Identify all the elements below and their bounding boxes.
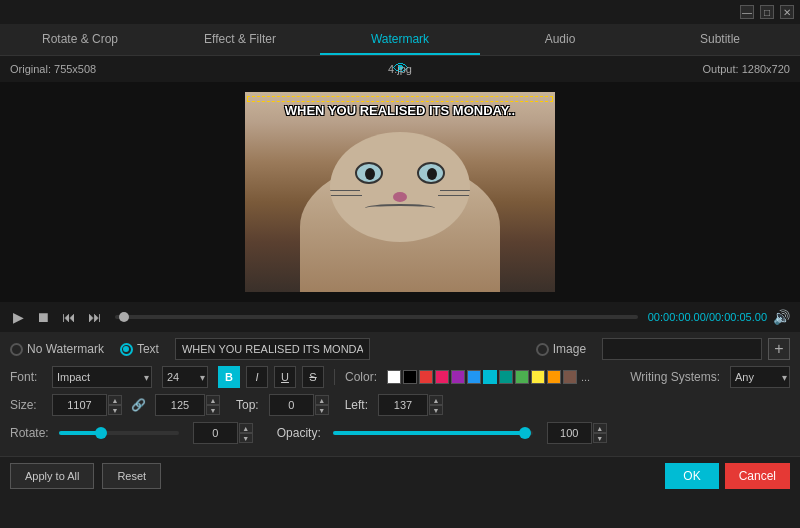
no-watermark-radio[interactable] (10, 343, 23, 356)
left-up[interactable]: ▲ (429, 395, 443, 405)
opacity-slider-fill (333, 431, 525, 435)
minimize-button[interactable]: — (740, 5, 754, 19)
top-up[interactable]: ▲ (315, 395, 329, 405)
text-radio[interactable] (120, 343, 133, 356)
writing-system-select[interactable]: Any (730, 366, 790, 388)
color-pink[interactable] (435, 370, 449, 384)
width-input[interactable] (52, 394, 107, 416)
color-green[interactable] (515, 370, 529, 384)
transport-bar: ▶ ⏹ ⏮ ⏭ 00:00:00.00/00:00:05.00 🔊 (0, 302, 800, 332)
controls-panel: No Watermark Text Image + Font: Impact 2… (0, 332, 800, 456)
opacity-down[interactable]: ▼ (593, 433, 607, 443)
opacity-up[interactable]: ▲ (593, 423, 607, 433)
apply-to-all-button[interactable]: Apply to All (10, 463, 94, 489)
strikethrough-button[interactable]: S (302, 366, 324, 388)
more-colors-button[interactable]: ... (579, 371, 592, 383)
rotate-input-group: ▲ ▼ (193, 422, 253, 444)
top-input-group: ▲ ▼ (269, 394, 329, 416)
tab-subtitle[interactable]: Subtitle (640, 24, 800, 55)
top-input[interactable] (269, 394, 314, 416)
top-down[interactable]: ▼ (315, 405, 329, 415)
left-down[interactable]: ▼ (429, 405, 443, 415)
color-purple[interactable] (451, 370, 465, 384)
no-watermark-label: No Watermark (27, 342, 104, 356)
height-input[interactable] (155, 394, 205, 416)
left-actions: Apply to All Reset (10, 463, 161, 489)
tab-effect-filter[interactable]: Effect & Filter (160, 24, 320, 55)
volume-icon[interactable]: 🔊 (773, 309, 790, 325)
underline-button[interactable]: U (274, 366, 296, 388)
opacity-slider-track[interactable] (333, 431, 533, 435)
rotate-up[interactable]: ▲ (239, 423, 253, 433)
font-label: Font: (10, 370, 46, 384)
height-up[interactable]: ▲ (206, 395, 220, 405)
maximize-button[interactable]: □ (760, 5, 774, 19)
preview-area: WHEN YOU REALISED ITS MONDAY.. (0, 82, 800, 302)
tab-audio[interactable]: Audio (480, 24, 640, 55)
tab-bar: Rotate & Crop Effect & Filter Watermark … (0, 24, 800, 56)
original-size-label: Original: 755x508 (10, 63, 96, 75)
watermark-text-input[interactable] (175, 338, 370, 360)
font-family-select[interactable]: Impact (52, 366, 152, 388)
preview-image: WHEN YOU REALISED ITS MONDAY.. (245, 92, 555, 292)
font-size-select[interactable]: 24 (162, 366, 208, 388)
size-row: Size: ▲ ▼ 🔗 ▲ ▼ Top: ▲ ▼ Left: (10, 394, 790, 416)
width-down[interactable]: ▼ (108, 405, 122, 415)
close-button[interactable]: ✕ (780, 5, 794, 19)
size-label: Size: (10, 398, 46, 412)
cancel-button[interactable]: Cancel (725, 463, 790, 489)
image-radio-label: Image (553, 342, 586, 356)
color-teal[interactable] (499, 370, 513, 384)
bottom-bar: Apply to All Reset OK Cancel (0, 456, 800, 495)
color-red[interactable] (419, 370, 433, 384)
color-cyan[interactable] (483, 370, 497, 384)
opacity-input-group: ▲ ▼ (547, 422, 607, 444)
progress-thumb[interactable] (119, 312, 129, 322)
font-row: Font: Impact 24 B I U S Color: (10, 366, 790, 388)
font-size-wrapper: 24 (162, 366, 208, 388)
left-label: Left: (345, 398, 368, 412)
image-radio-group[interactable]: Image (536, 342, 586, 356)
watermark-type-row: No Watermark Text Image + (10, 338, 790, 360)
tab-watermark[interactable]: Watermark (320, 24, 480, 55)
image-radio[interactable] (536, 343, 549, 356)
link-icon[interactable]: 🔗 (131, 398, 146, 412)
tab-rotate-crop[interactable]: Rotate & Crop (0, 24, 160, 55)
width-input-group: ▲ ▼ (52, 394, 122, 416)
rotate-label: Rotate: (10, 426, 49, 440)
ok-button[interactable]: OK (665, 463, 718, 489)
rotate-slider-thumb[interactable] (95, 427, 107, 439)
height-input-group: ▲ ▼ (155, 394, 220, 416)
progress-track[interactable] (115, 315, 638, 319)
rotate-down[interactable]: ▼ (239, 433, 253, 443)
rotate-slider-track[interactable] (59, 431, 179, 435)
add-image-button[interactable]: + (768, 338, 790, 360)
color-black[interactable] (403, 370, 417, 384)
reset-button[interactable]: Reset (102, 463, 161, 489)
top-spinner: ▲ ▼ (315, 395, 329, 415)
image-path-input[interactable] (602, 338, 762, 360)
left-input[interactable] (378, 394, 428, 416)
prev-button[interactable]: ⏮ (59, 307, 79, 327)
right-actions: OK Cancel (665, 463, 790, 489)
text-radio-group[interactable]: Text (120, 342, 159, 356)
rotate-input[interactable] (193, 422, 238, 444)
color-white[interactable] (387, 370, 401, 384)
color-orange[interactable] (547, 370, 561, 384)
width-up[interactable]: ▲ (108, 395, 122, 405)
italic-button[interactable]: I (246, 366, 268, 388)
color-blue[interactable] (467, 370, 481, 384)
color-yellow[interactable] (531, 370, 545, 384)
no-watermark-radio-group[interactable]: No Watermark (10, 342, 104, 356)
opacity-slider-thumb[interactable] (519, 427, 531, 439)
next-button[interactable]: ⏭ (85, 307, 105, 327)
color-brown[interactable] (563, 370, 577, 384)
writing-systems-label: Writing Systems: (630, 370, 720, 384)
stop-button[interactable]: ⏹ (33, 307, 53, 327)
opacity-input[interactable] (547, 422, 592, 444)
play-button[interactable]: ▶ (10, 307, 27, 327)
height-down[interactable]: ▼ (206, 405, 220, 415)
bold-button[interactable]: B (218, 366, 240, 388)
rotate-opacity-row: Rotate: ▲ ▼ Opacity: ▲ ▼ (10, 422, 790, 444)
top-label: Top: (236, 398, 259, 412)
